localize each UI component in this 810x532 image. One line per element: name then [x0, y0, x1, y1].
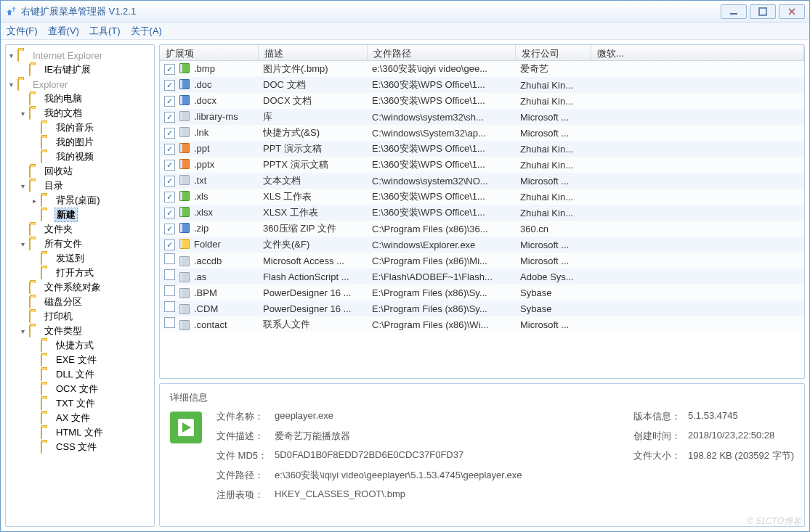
minimize-button[interactable] — [721, 4, 747, 19]
tree-item-dll[interactable]: DLL 文件 — [31, 367, 153, 382]
checkbox[interactable] — [164, 253, 175, 264]
collapse-icon[interactable]: ▾ — [7, 52, 15, 60]
cell-path: C:\windows\Explorer.exe — [368, 240, 516, 250]
tree-item-folders[interactable]: 文件夹 — [19, 222, 153, 237]
column-description[interactable]: 描述 — [259, 45, 368, 60]
collapse-icon[interactable]: ▾ — [19, 182, 27, 190]
file-icon — [179, 127, 191, 139]
tree-item-disk[interactable]: 磁盘分区 — [19, 295, 153, 309]
checkbox[interactable]: ✓ — [164, 112, 175, 123]
collapse-icon[interactable]: ▾ — [7, 81, 15, 89]
tree-item-exe[interactable]: EXE 文件 — [31, 353, 153, 367]
table-row[interactable]: ✓.lnk快捷方式(&S)C:\windows\System32\ap...Mi… — [160, 125, 804, 141]
tree-item-sendto[interactable]: 发送到 — [31, 251, 153, 266]
checkbox[interactable]: ✓ — [164, 64, 175, 75]
checkbox[interactable]: ✓ — [164, 224, 175, 234]
table-row[interactable]: ✓.docxDOCX 文档E:\360安装\WPS Office\1...Zhu… — [160, 93, 804, 109]
value-ctime: 2018/10/23,22:50:28 — [688, 430, 794, 443]
tree-item-openwith[interactable]: 打开方式 — [31, 266, 153, 280]
checkbox[interactable] — [164, 269, 175, 280]
folder-icon — [29, 282, 41, 292]
table-row[interactable]: .asFlash ActionScript ...E:\Flash\ADOBEF… — [160, 269, 804, 285]
tree-item-mydocs[interactable]: ▾我的文档 — [19, 106, 153, 120]
checkbox[interactable]: ✓ — [164, 96, 175, 107]
cell-description: 快捷方式(&S) — [259, 126, 368, 139]
expand-icon[interactable]: ▸ — [31, 197, 39, 205]
tree-item-printer[interactable]: 打印机 — [19, 309, 153, 324]
table-row[interactable]: .accdbMicrosoft Access ...C:\Program Fil… — [160, 253, 804, 269]
table-row[interactable]: ✓.docDOC 文档E:\360安装\WPS Office\1...Zhuha… — [160, 77, 804, 93]
tree-item-css[interactable]: CSS 文件 — [31, 440, 153, 454]
menubar: 文件(F) 查看(V) 工具(T) 关于(A) — [1, 22, 809, 40]
tree-item-myvideo[interactable]: 我的视频 — [31, 150, 153, 164]
menu-view[interactable]: 查看(V) — [48, 25, 79, 38]
column-extension[interactable]: 扩展项 — [160, 45, 259, 60]
tree-item-mypics[interactable]: 我的图片 — [31, 135, 153, 150]
checkbox[interactable]: ✓ — [164, 144, 175, 155]
tree-item-mymusic[interactable]: 我的音乐 — [31, 120, 153, 135]
checkbox[interactable]: ✓ — [164, 176, 175, 187]
tree-panel[interactable]: ▾ Internet Explorer IE右键扩展 ▾ Explorer — [5, 44, 155, 527]
cell-description: Flash ActionScript ... — [259, 271, 368, 282]
table-row[interactable]: .BPMPowerDesigner 16 ...E:\Program Files… — [160, 285, 804, 300]
column-path[interactable]: 文件路径 — [368, 45, 516, 60]
cell-path: C:\Program Files (x86)\Mi... — [368, 255, 516, 266]
maximize-button[interactable] — [750, 4, 776, 19]
checkbox[interactable]: ✓ — [164, 192, 175, 202]
checkbox[interactable]: ✓ — [164, 160, 175, 171]
checkbox[interactable]: ✓ — [164, 208, 175, 218]
tree-item-txt[interactable]: TXT 文件 — [31, 396, 153, 411]
table-row[interactable]: ✓.xlsXLS 工作表E:\360安装\WPS Office\1...Zhuh… — [160, 189, 804, 205]
cell-extension: .CDM — [194, 303, 218, 314]
tree-item-shortcut[interactable]: 快捷方式 — [31, 338, 153, 353]
list-body[interactable]: ✓.bmp图片文件(.bmp)e:\360安装\iqiyi video\gee.… — [160, 61, 804, 378]
close-button[interactable] — [779, 4, 805, 19]
tree-item-fsobj[interactable]: 文件系统对象 — [19, 280, 153, 295]
cell-path: e:\360安装\iqiyi video\gee... — [368, 62, 516, 75]
menu-about[interactable]: 关于(A) — [131, 25, 162, 38]
label-filename: 文件名称： — [216, 410, 267, 423]
tree-item-html[interactable]: HTML 文件 — [31, 425, 153, 440]
tree-item-filetype[interactable]: ▾文件类型 — [19, 324, 153, 338]
tree-item-ie-ext[interactable]: IE右键扩展 — [19, 62, 153, 77]
collapse-icon[interactable]: ▾ — [19, 240, 27, 248]
svg-rect-1 — [759, 8, 766, 15]
tree-item-bg[interactable]: ▸背景(桌面) — [31, 193, 153, 208]
tree-item-ax[interactable]: AX 文件 — [31, 411, 153, 425]
svg-rect-0 — [730, 13, 737, 15]
tree-item-ie[interactable]: ▾ Internet Explorer — [7, 48, 153, 62]
table-row[interactable]: ✓Folder文件夹(&F)C:\windows\Explorer.exeMic… — [160, 237, 804, 253]
column-publisher[interactable]: 发行公司 — [516, 45, 591, 60]
tree-item-dir[interactable]: ▾目录 — [19, 179, 153, 193]
collapse-icon[interactable]: ▾ — [19, 110, 27, 118]
cell-extension: .pptx — [194, 159, 214, 170]
tree-item-ocx[interactable]: OCX 文件 — [31, 382, 153, 396]
tree-item-mycomputer[interactable]: 我的电脑 — [19, 91, 153, 106]
tree-item-new[interactable]: 新建 — [31, 208, 153, 222]
cell-extension: .BPM — [194, 287, 217, 298]
collapse-icon[interactable]: ▾ — [19, 327, 27, 335]
table-row[interactable]: ✓.pptPPT 演示文稿E:\360安装\WPS Office\1...Zhu… — [160, 141, 804, 157]
menu-tool[interactable]: 工具(T) — [89, 25, 121, 38]
checkbox[interactable]: ✓ — [164, 128, 175, 139]
table-row[interactable]: ✓.bmp图片文件(.bmp)e:\360安装\iqiyi video\gee.… — [160, 61, 804, 77]
checkbox[interactable] — [164, 317, 175, 328]
column-microsoft[interactable]: 微软... — [591, 45, 804, 60]
tree-item-explorer[interactable]: ▾ Explorer — [7, 77, 153, 91]
table-row[interactable]: ✓.library-ms库C:\windows\system32\sh...Mi… — [160, 109, 804, 125]
table-row[interactable]: .CDMPowerDesigner 16 ...E:\Program Files… — [160, 300, 804, 316]
tree-item-recycle[interactable]: 回收站 — [19, 164, 153, 179]
tree-item-allfiles[interactable]: ▾所有文件 — [19, 237, 153, 251]
folder-icon — [41, 340, 52, 351]
table-row[interactable]: ✓.zip360压缩 ZIP 文件C:\Program Files (x86)\… — [160, 221, 804, 237]
cell-publisher: Sybase — [516, 303, 591, 314]
table-row[interactable]: ✓.pptxPPTX 演示文稿E:\360安装\WPS Office\1...Z… — [160, 157, 804, 173]
table-row[interactable]: .contact联系人文件C:\Program Files (x86)\Wi..… — [160, 316, 804, 332]
table-row[interactable]: ✓.xlsxXLSX 工作表E:\360安装\WPS Office\1...Zh… — [160, 205, 804, 221]
menu-file[interactable]: 文件(F) — [7, 25, 38, 38]
checkbox[interactable]: ✓ — [164, 240, 175, 250]
table-row[interactable]: ✓.txt文本文档C:\windows\system32\NO...Micros… — [160, 173, 804, 189]
checkbox[interactable] — [164, 301, 175, 312]
checkbox[interactable]: ✓ — [164, 80, 175, 91]
checkbox[interactable] — [164, 285, 175, 296]
